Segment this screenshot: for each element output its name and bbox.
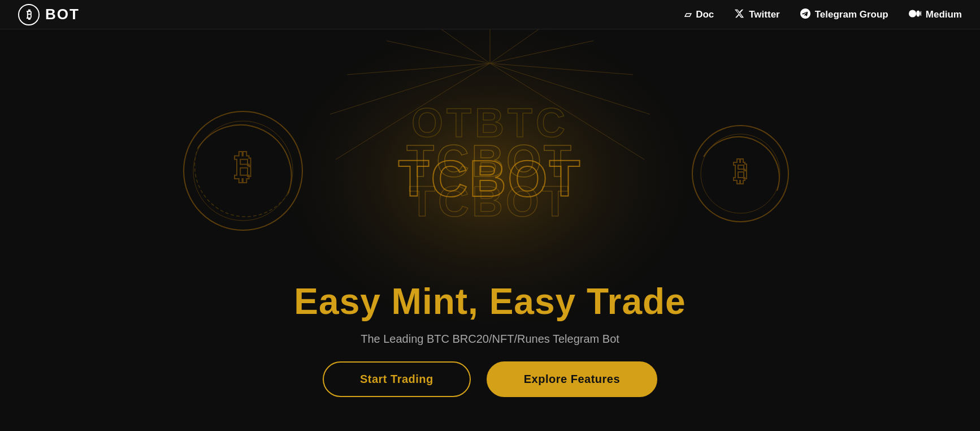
svg-text:₿: ₿	[235, 148, 251, 186]
logo-text: BOT	[45, 6, 80, 23]
svg-point-5	[264, 29, 716, 324]
x-icon	[734, 8, 744, 21]
nav-link-medium[interactable]: Medium	[909, 9, 962, 20]
nav-link-telegram[interactable]: Telegram Group	[800, 8, 888, 21]
nav-link-doc[interactable]: ▱ Doc	[684, 9, 714, 20]
hero-title: Easy Mint, Easy Trade	[294, 281, 686, 322]
svg-text:₿: ₿	[734, 156, 747, 186]
start-trading-button[interactable]: Start Trading	[323, 361, 471, 397]
svg-point-25	[701, 134, 780, 213]
svg-line-16	[336, 63, 490, 160]
medium-icon	[909, 10, 921, 20]
svg-point-4	[920, 11, 921, 16]
hero-visual-graphic: OTBTC TCBOT TCBOT TCBOT ₿ ₿	[0, 29, 980, 324]
hero-content: Easy Mint, Easy Trade The Leading BTC BR…	[294, 281, 686, 397]
nav-link-twitter-label: Twitter	[749, 9, 779, 20]
hero-section: OTBTC TCBOT TCBOT TCBOT ₿ ₿ Easy Mint, E…	[0, 29, 980, 431]
nav-link-telegram-label: Telegram Group	[815, 9, 888, 20]
nav-link-doc-label: Doc	[696, 9, 714, 20]
svg-point-2	[909, 10, 916, 17]
svg-point-3	[916, 10, 920, 16]
svg-point-22	[193, 121, 293, 221]
nav-link-medium-label: Medium	[926, 9, 962, 20]
explore-features-button[interactable]: Explore Features	[487, 361, 657, 397]
svg-line-8	[490, 41, 593, 63]
hero-subtitle: The Leading BTC BRC20/NFT/Runes Telegram…	[361, 333, 619, 346]
svg-text:TCBOT: TCBOT	[409, 177, 571, 225]
svg-line-13	[387, 41, 490, 63]
svg-line-14	[347, 63, 490, 75]
svg-line-10	[490, 63, 650, 114]
telegram-icon	[800, 8, 810, 21]
navbar: ₿ BOT ▱ Doc Twitter Telegram Group	[0, 0, 980, 29]
svg-point-21	[184, 111, 302, 230]
nav-link-twitter[interactable]: Twitter	[734, 8, 779, 21]
doc-icon: ▱	[684, 9, 691, 20]
svg-line-7	[490, 29, 547, 63]
svg-text:TCBOT: TCBOT	[398, 150, 582, 207]
svg-text:OTBTC: OTBTC	[411, 100, 569, 145]
svg-line-12	[433, 29, 490, 63]
svg-line-11	[490, 63, 644, 160]
svg-point-24	[692, 126, 788, 222]
svg-text:TCBOT: TCBOT	[406, 136, 574, 186]
hero-buttons: Start Trading Explore Features	[323, 361, 657, 397]
svg-text:₿: ₿	[27, 8, 32, 20]
logo[interactable]: ₿ BOT	[18, 4, 80, 25]
svg-line-9	[490, 63, 633, 75]
nav-links: ▱ Doc Twitter Telegram Group	[684, 8, 962, 21]
bitcoin-logo-icon: ₿	[18, 4, 40, 25]
svg-line-15	[330, 63, 490, 114]
